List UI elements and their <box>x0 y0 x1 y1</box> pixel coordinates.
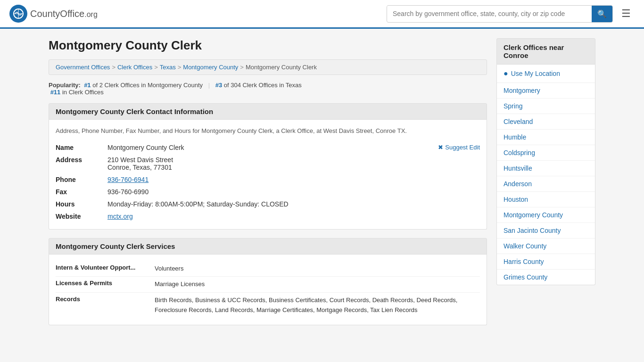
location-icon: ● <box>504 69 508 78</box>
services-records-value: Birth Records, Business & UCC Records, B… <box>155 296 480 315</box>
hamburger-button[interactable]: ☰ <box>618 6 635 22</box>
sidebar-link-anderson[interactable]: Anderson <box>497 176 595 192</box>
sidebar-body: ● Use My Location MontgomerySpringClevel… <box>496 65 595 285</box>
contact-info-table: Name Montgomery County Clerk ✖ Suggest E… <box>56 141 480 222</box>
use-location-label: Use My Location <box>511 70 560 77</box>
contact-hours-value: Monday-Friday: 8:00AM-5:00PM; Saturday-S… <box>107 200 480 208</box>
logo-text: CountyOffice.org <box>30 8 98 19</box>
contact-hours-label: Hours <box>56 200 107 208</box>
logo-county: CountyOffice <box>30 8 84 19</box>
search-input[interactable] <box>387 6 592 21</box>
header: CountyOffice.org 🔍 ☰ <box>0 0 644 29</box>
search-button[interactable]: 🔍 <box>592 6 612 22</box>
breadcrumb-sep-1: > <box>112 64 116 71</box>
contact-phone-row: Phone 936-760-6941 <box>56 173 480 186</box>
popularity-rank1: #1 <box>84 82 91 89</box>
contact-fax-label: Fax <box>56 188 107 196</box>
sidebar-header: Clerk Offices near Conroe <box>496 38 595 65</box>
website-link[interactable]: mctx.org <box>107 213 133 220</box>
sidebar: Clerk Offices near Conroe ● Use My Locat… <box>496 38 595 334</box>
popularity-rank2-context: of 304 Clerk Offices in Texas <box>224 82 302 89</box>
sidebar-link-spring[interactable]: Spring <box>497 99 595 114</box>
services-intern-row: Intern & Volunteer Opport... Volunteers <box>56 261 480 277</box>
breadcrumb-sep-3: > <box>178 64 182 71</box>
breadcrumb-clerk-offices[interactable]: Clerk Offices <box>117 64 152 71</box>
main-wrapper: Montgomery County Clerk Government Offic… <box>39 29 605 343</box>
suggest-edit-icon: ✖ <box>438 144 443 151</box>
popularity-rank1-context: of 2 Clerk Offices in Montgomery County <box>92 82 203 89</box>
contact-name-row: Name Montgomery County Clerk ✖ Suggest E… <box>56 141 480 154</box>
breadcrumb-texas[interactable]: Texas <box>160 64 176 71</box>
popularity-rank2: #3 <box>215 82 222 89</box>
services-section-body: Intern & Volunteer Opport... Volunteers … <box>49 255 487 325</box>
hamburger-icon: ☰ <box>621 8 631 19</box>
address-line1: 210 West Davis Street <box>107 156 173 164</box>
services-intern-label: Intern & Volunteer Opport... <box>56 264 155 271</box>
sidebar-link-coldspring[interactable]: Coldspring <box>497 145 595 161</box>
phone-link[interactable]: 936-760-6941 <box>107 176 149 183</box>
sidebar-link-humble[interactable]: Humble <box>497 130 595 145</box>
services-section-header: Montgomery County Clerk Services <box>49 238 487 255</box>
sidebar-link-harris-county[interactable]: Harris County <box>497 254 595 270</box>
page-title: Montgomery County Clerk <box>49 38 487 53</box>
contact-section: Montgomery County Clerk Contact Informat… <box>49 103 487 230</box>
breadcrumb: Government Offices > Clerk Offices > Tex… <box>49 59 487 75</box>
suggest-edit-button[interactable]: ✖ Suggest Edit <box>438 144 480 151</box>
sidebar-link-huntsville[interactable]: Huntsville <box>497 161 595 176</box>
contact-phone-label: Phone <box>56 176 107 183</box>
suggest-edit-label: Suggest Edit <box>445 144 480 151</box>
services-intern-value: Volunteers <box>155 264 480 274</box>
contact-website-label: Website <box>56 213 107 220</box>
contact-hours-row: Hours Monday-Friday: 8:00AM-5:00PM; Satu… <box>56 198 480 210</box>
sidebar-link-cleveland[interactable]: Cleveland <box>497 114 595 130</box>
popularity-section: Popularity: #1 of 2 Clerk Offices in Mon… <box>49 82 487 96</box>
services-licenses-row: Licenses & Permits Marriage Licenses <box>56 277 480 293</box>
address-line2: Conroe, Texas, 77301 <box>107 164 172 171</box>
breadcrumb-current: Montgomery County Clerk <box>246 64 317 71</box>
sidebar-link-grimes-county[interactable]: Grimes County <box>497 270 595 285</box>
contact-phone-value: 936-760-6941 <box>107 176 480 183</box>
breadcrumb-government-offices[interactable]: Government Offices <box>56 64 110 71</box>
services-licenses-value: Marriage Licenses <box>155 280 480 289</box>
content-area: Montgomery County Clerk Government Offic… <box>49 38 487 334</box>
popularity-label: Popularity: <box>49 82 81 89</box>
services-records-label: Records <box>56 296 155 303</box>
services-records-row: Records Birth Records, Business & UCC Re… <box>56 293 480 318</box>
logo-icon <box>9 5 27 23</box>
sidebar-link-montgomery-county[interactable]: Montgomery County <box>497 207 595 223</box>
services-section: Montgomery County Clerk Services Intern … <box>49 238 487 325</box>
contact-section-header: Montgomery County Clerk Contact Informat… <box>49 103 487 120</box>
sidebar-link-houston[interactable]: Houston <box>497 192 595 207</box>
contact-name-label: Name <box>56 144 107 151</box>
breadcrumb-sep-4: > <box>240 64 244 71</box>
popularity-rank3: #11 <box>50 89 61 96</box>
sidebar-link-san-jacinto-county[interactable]: San Jacinto County <box>497 223 595 239</box>
contact-section-body: Address, Phone Number, Fax Number, and H… <box>49 120 487 230</box>
logo-suffix: .org <box>84 10 98 18</box>
contact-website-value: mctx.org <box>107 213 480 220</box>
contact-fax-row: Fax 936-760-6990 <box>56 186 480 198</box>
contact-description: Address, Phone Number, Fax Number, and H… <box>56 126 480 136</box>
contact-fax-value: 936-760-6990 <box>107 188 480 196</box>
contact-address-row: Address 210 West Davis Street Conroe, Te… <box>56 154 480 173</box>
contact-website-row: Website mctx.org <box>56 210 480 222</box>
pop-sep-1: | <box>208 82 210 89</box>
breadcrumb-montgomery-county[interactable]: Montgomery County <box>183 64 238 71</box>
logo-area: CountyOffice.org <box>9 5 98 23</box>
breadcrumb-sep-2: > <box>154 64 158 71</box>
services-licenses-label: Licenses & Permits <box>56 280 155 287</box>
search-container: 🔍 <box>387 5 613 23</box>
search-icon: 🔍 <box>597 10 607 18</box>
contact-address-value: 210 West Davis Street Conroe, Texas, 773… <box>107 156 480 171</box>
popularity-rank3-context: in Clerk Offices <box>62 89 104 96</box>
sidebar-link-montgomery[interactable]: Montgomery <box>497 83 595 99</box>
use-location-link[interactable]: ● Use My Location <box>497 65 595 83</box>
contact-address-label: Address <box>56 156 107 164</box>
contact-name-value: Montgomery County Clerk <box>107 144 438 151</box>
sidebar-link-walker-county[interactable]: Walker County <box>497 239 595 254</box>
header-right: 🔍 ☰ <box>387 5 635 23</box>
